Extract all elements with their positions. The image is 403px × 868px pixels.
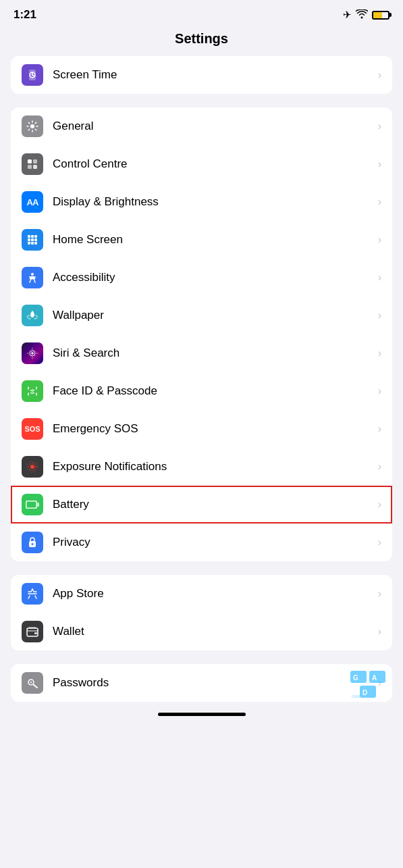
wallet-icon (22, 621, 43, 642)
passwords-label: Passwords (53, 676, 378, 690)
face-id-row[interactable]: Face ID & Passcode › (11, 372, 392, 410)
status-bar: 1:21 ✈ (0, 0, 403, 26)
accessibility-label: Accessibility (53, 271, 378, 284)
passwords-icon (22, 672, 43, 694)
battery-status-icon (372, 11, 389, 20)
svg-rect-26 (37, 503, 39, 507)
wifi-icon (356, 9, 368, 21)
general-label: General (53, 120, 378, 133)
general-chevron: › (378, 120, 381, 132)
svg-rect-15 (34, 242, 37, 245)
status-time: 1:21 (14, 8, 36, 22)
emergency-sos-row[interactable]: SOS Emergency SOS › (11, 410, 392, 448)
siri-search-chevron: › (378, 347, 381, 359)
svg-rect-10 (28, 238, 30, 241)
svg-rect-5 (28, 165, 32, 169)
exposure-chevron: › (378, 461, 381, 473)
privacy-chevron: › (378, 536, 381, 548)
accessibility-row[interactable]: Accessibility › (11, 259, 392, 297)
settings-group-3: App Store › Wallet › (11, 575, 392, 650)
home-screen-icon (22, 229, 43, 251)
wallet-label: Wallet (53, 625, 378, 638)
battery-icon (22, 494, 43, 515)
svg-point-18 (31, 352, 34, 355)
svg-point-22 (30, 465, 34, 469)
emergency-sos-icon: SOS (22, 418, 43, 440)
display-brightness-chevron: › (378, 196, 381, 208)
status-icons: ✈ (343, 9, 389, 21)
wallpaper-row[interactable]: Wallpaper › (11, 297, 392, 334)
svg-rect-4 (33, 159, 37, 163)
wallet-chevron: › (378, 626, 381, 638)
svg-rect-11 (31, 238, 34, 241)
face-id-icon (22, 380, 43, 402)
home-screen-row[interactable]: Home Screen › (11, 221, 392, 259)
svg-point-20 (30, 390, 32, 391)
general-icon (22, 116, 43, 137)
emergency-sos-label: Emergency SOS (53, 422, 378, 436)
app-store-chevron: › (378, 588, 381, 600)
app-store-label: App Store (53, 587, 378, 601)
face-id-chevron: › (378, 385, 381, 397)
battery-label: Battery (53, 498, 378, 511)
screen-time-label: Screen Time (53, 68, 378, 82)
exposure-row[interactable]: Exposure Notifications › (11, 448, 392, 486)
control-centre-row[interactable]: Control Centre › (11, 145, 392, 183)
airplane-icon: ✈ (343, 9, 352, 21)
svg-rect-6 (33, 165, 37, 169)
face-id-label: Face ID & Passcode (53, 384, 378, 398)
control-centre-chevron: › (378, 158, 381, 170)
settings-group-4: Passwords › G A D GADI (11, 664, 392, 702)
siri-search-row[interactable]: Siri & Search › (11, 334, 392, 372)
svg-point-16 (31, 273, 34, 276)
accessibility-icon (22, 267, 43, 288)
svg-rect-3 (28, 159, 32, 163)
home-indicator (158, 713, 246, 716)
general-row[interactable]: General › (11, 107, 392, 145)
svg-point-21 (33, 390, 34, 391)
svg-rect-14 (31, 242, 34, 245)
privacy-row[interactable]: Privacy › (11, 524, 392, 561)
battery-chevron: › (378, 499, 381, 511)
wallpaper-label: Wallpaper (53, 309, 378, 322)
passwords-row[interactable]: Passwords › G A D GADI (11, 664, 392, 702)
settings-group-1: Screen Time › (11, 56, 392, 94)
svg-point-33 (30, 682, 32, 684)
display-brightness-label: Display & Brightness (53, 195, 378, 209)
control-centre-label: Control Centre (53, 157, 378, 171)
display-brightness-icon: AA (22, 191, 43, 213)
wallpaper-icon (22, 305, 43, 326)
settings-group-2: General › Control Centre › AA Display & … (11, 107, 392, 561)
wallet-row[interactable]: Wallet › (11, 613, 392, 650)
privacy-label: Privacy (53, 536, 378, 549)
home-screen-label: Home Screen (53, 233, 378, 247)
svg-rect-27 (27, 502, 36, 508)
svg-rect-8 (31, 235, 34, 238)
app-store-icon (22, 583, 43, 605)
battery-row[interactable]: Battery › (11, 486, 392, 524)
privacy-icon (22, 532, 43, 553)
app-store-row[interactable]: App Store › (11, 575, 392, 613)
siri-search-label: Siri & Search (53, 347, 378, 360)
page-title: Settings (0, 26, 403, 56)
exposure-label: Exposure Notifications (53, 460, 378, 474)
emergency-sos-chevron: › (378, 423, 381, 435)
control-centre-icon (22, 153, 43, 175)
accessibility-chevron: › (378, 272, 381, 284)
siri-icon (22, 342, 43, 364)
screen-time-icon (22, 64, 43, 86)
screen-time-row[interactable]: Screen Time › (11, 56, 392, 94)
svg-rect-13 (28, 242, 30, 245)
svg-text:GADI: GADI (352, 694, 360, 698)
svg-rect-9 (34, 235, 37, 238)
home-indicator-area (0, 702, 403, 721)
svg-rect-31 (34, 632, 37, 634)
passwords-chevron: › (378, 677, 381, 689)
svg-text:D: D (362, 689, 367, 696)
exposure-icon (22, 456, 43, 478)
home-screen-chevron: › (378, 234, 381, 246)
screen-time-chevron: › (378, 69, 381, 81)
svg-rect-12 (34, 238, 37, 241)
svg-point-29 (32, 543, 34, 545)
display-brightness-row[interactable]: AA Display & Brightness › (11, 183, 392, 221)
